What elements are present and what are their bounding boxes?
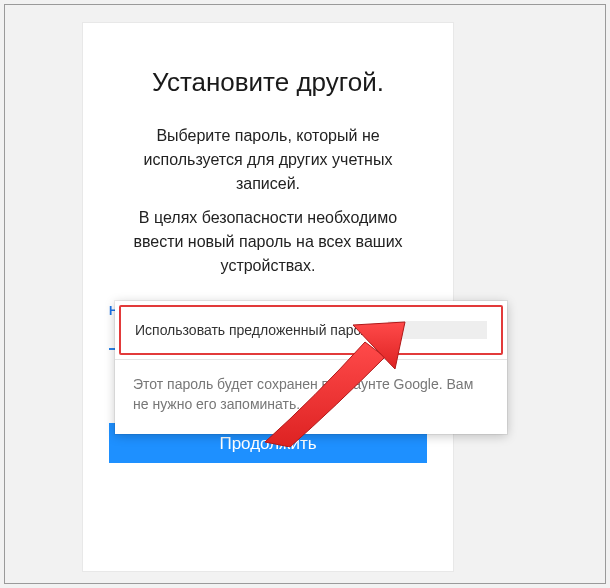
description-line-2: В целях безопасности необходимо ввести н… xyxy=(117,206,419,278)
page-title: Установите другой. xyxy=(83,67,453,98)
password-card: Установите другой. Выберите пароль, кото… xyxy=(83,23,453,571)
use-suggested-password-row[interactable]: Использовать предложенный пароль xyxy=(119,305,503,355)
popover-note: Этот пароль будет сохранен в аккаунте Go… xyxy=(115,360,507,434)
use-suggested-password-label: Использовать предложенный пароль xyxy=(135,322,376,338)
password-suggestion-popover: Использовать предложенный пароль Этот па… xyxy=(115,301,507,434)
screenshot-frame: Установите другой. Выберите пароль, кото… xyxy=(4,4,606,584)
description-line-1: Выберите пароль, который не используется… xyxy=(117,124,419,196)
description: Выберите пароль, который не используется… xyxy=(117,124,419,278)
suggested-password-masked xyxy=(388,321,487,339)
